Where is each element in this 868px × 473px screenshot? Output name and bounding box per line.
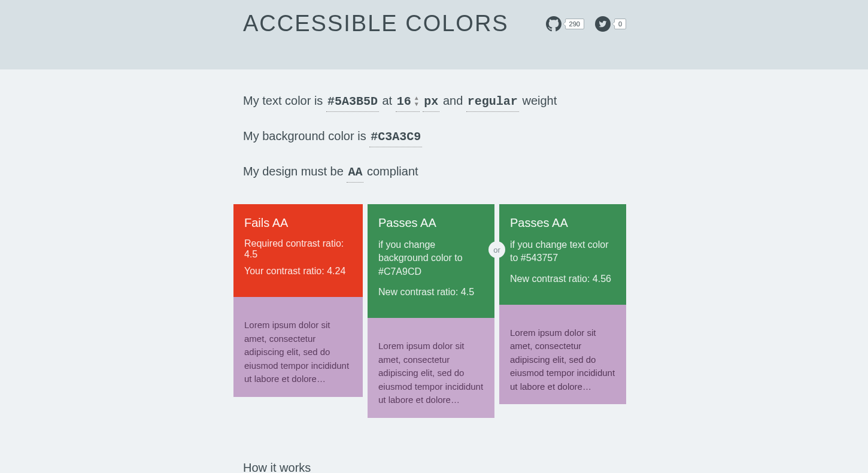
fail-sample: Lorem ipsum dolor sit amet, consectetur … xyxy=(233,297,363,397)
pass-text-ratio: New contrast ratio: 4.56 xyxy=(510,274,615,284)
your-ratio: Your contrast ratio: 4.24 xyxy=(244,266,352,277)
how-section: How it works We evaluate your color comb… xyxy=(243,461,482,473)
result-cards: Fails AA Required contrast ratio: 4.5 Yo… xyxy=(233,204,626,418)
pass-text-instruction: if you change text color to #543757 xyxy=(510,238,615,265)
pass-text-sample: Lorem ipsum dolor sit amet, consectetur … xyxy=(499,305,626,405)
github-link[interactable]: 290 xyxy=(546,16,584,32)
page-title: ACCESSIBLE COLORS xyxy=(243,11,509,37)
compliance-select[interactable]: AA xyxy=(347,163,363,183)
bg-label: My background color is xyxy=(243,129,369,142)
social-links: 290 0 xyxy=(546,16,626,32)
fail-title: Fails AA xyxy=(244,216,352,230)
text-label: My text color is xyxy=(243,94,326,107)
twitter-icon xyxy=(595,16,611,32)
compliance-label: My design must be xyxy=(243,165,347,178)
text-color-input[interactable]: #5A3B5D xyxy=(326,92,379,112)
twitter-link[interactable]: 0 xyxy=(595,16,626,32)
or-divider: or xyxy=(488,241,505,258)
github-star-count: 290 xyxy=(565,19,584,29)
pass-bg-instruction: if you change background color to #C7A9C… xyxy=(378,238,484,278)
config-form: My text color is #5A3B5D at 16 ▲▼ px and… xyxy=(243,69,626,183)
pass-text-title: Passes AA xyxy=(510,216,615,230)
twitter-share-count: 0 xyxy=(614,19,626,29)
font-size-input[interactable]: 16 ▲▼ xyxy=(396,92,420,112)
bg-color-input[interactable]: #C3A3C9 xyxy=(369,128,422,147)
pass-bg-title: Passes AA xyxy=(378,216,484,230)
pass-bg-ratio: New contrast ratio: 4.5 xyxy=(378,287,484,298)
how-heading: How it works xyxy=(243,461,482,473)
stepper-icon[interactable]: ▲▼ xyxy=(415,96,418,108)
pass-text-card: Passes AA if you change text color to #5… xyxy=(499,204,626,418)
fail-card: Fails AA Required contrast ratio: 4.5 Yo… xyxy=(233,204,363,418)
github-icon xyxy=(546,16,562,32)
pass-bg-sample: Lorem ipsum dolor sit amet, consectetur … xyxy=(368,318,494,418)
required-ratio: Required contrast ratio: 4.5 xyxy=(244,238,352,260)
pass-bg-card: Passes AA if you change background color… xyxy=(368,204,494,418)
font-weight-select[interactable]: regular xyxy=(466,92,519,112)
font-unit-select[interactable]: px xyxy=(423,92,439,112)
